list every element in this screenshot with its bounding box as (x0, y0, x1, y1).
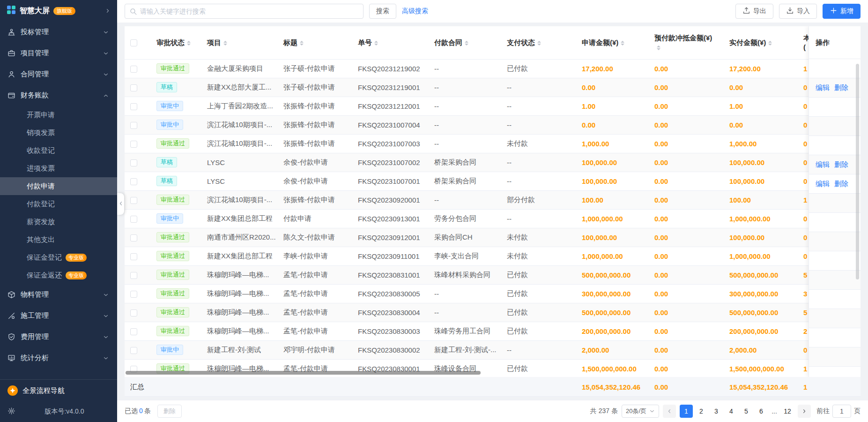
sidebar-item[interactable]: 投标管理 (0, 22, 117, 43)
sort-icon[interactable] (465, 40, 468, 46)
table-row[interactable]: 审批通过珠穆朗玛峰—电梯...孟笔-付款申请FKSQ20230830005--已… (125, 284, 861, 303)
sidebar-subitem[interactable]: 薪资发放 (0, 213, 117, 231)
sidebar-item[interactable]: 物料管理 (0, 284, 117, 305)
sidebar-item[interactable]: 财务账款 (0, 85, 117, 106)
table-row[interactable]: 审批通过珠穆朗玛峰—电梯...孟笔-付款申请FKSQ20230831001珠峰材… (125, 265, 861, 284)
table-row[interactable]: 草稿新建XX总部大厦工...张子硕-付款申请FKSQ20231219001---… (125, 78, 861, 97)
sidebar-subitem[interactable]: 保证金登记专业版 (0, 249, 117, 266)
row-checkbox[interactable] (130, 103, 137, 110)
sort-icon[interactable] (374, 40, 378, 46)
delete-link[interactable]: 删除 (834, 160, 848, 169)
sidebar-item[interactable]: 费用管理 (0, 326, 117, 347)
next-page-button[interactable] (798, 405, 811, 418)
edit-link[interactable]: 编辑 (816, 160, 830, 169)
row-checkbox[interactable] (130, 159, 137, 166)
delete-button[interactable]: 删除 (157, 405, 182, 418)
row-checkbox[interactable] (130, 309, 137, 316)
page-button[interactable]: 6 (755, 405, 768, 418)
row-checkbox[interactable] (130, 178, 137, 185)
sort-icon[interactable] (768, 40, 772, 46)
order-no-cell: FKSQ20230831001 (352, 265, 429, 284)
page-button[interactable]: 3 (710, 405, 723, 418)
sidebar-subitem[interactable]: 进项发票 (0, 159, 117, 177)
export-button[interactable]: 导出 (735, 4, 773, 19)
order-no-cell: FKSQ20230830005 (352, 284, 429, 303)
select-all-checkbox[interactable] (130, 39, 137, 46)
project-cell: 珠穆朗玛峰—电梯... (201, 265, 278, 284)
import-button[interactable]: 导入 (779, 4, 817, 19)
sidebar-subitem[interactable]: 付款申请 (0, 177, 117, 195)
vertical-scrollbar[interactable] (856, 64, 859, 279)
row-checkbox-cell (125, 340, 151, 359)
page-button[interactable]: 2 (695, 405, 708, 418)
row-checkbox[interactable] (130, 328, 137, 335)
table-row[interactable]: 审批通过南通市通州区R2020...陈久文-付款申请FKSQ2023091200… (125, 228, 861, 247)
page-button[interactable]: 1 (680, 405, 693, 418)
delete-link[interactable]: 删除 (834, 180, 848, 188)
page-size-select[interactable]: 20条/页 (622, 405, 659, 418)
edit-link[interactable]: 编辑 (816, 83, 830, 92)
row-checkbox[interactable] (130, 84, 137, 91)
order-no-cell: FKSQ20231007002 (352, 153, 429, 172)
sidebar-item[interactable]: 统计分析 (0, 347, 117, 369)
sidebar-subitem[interactable]: 保证金返还专业版 (0, 266, 117, 284)
gear-icon[interactable] (7, 407, 15, 416)
table-row[interactable]: 审批中新建工程-刘-测试邓宇明-付款申请FKSQ20230830002新建工程-… (125, 340, 861, 359)
table-row[interactable]: 审批通过金融大厦采购项目张子硕-付款申请FKSQ20231219002--已付款… (125, 59, 861, 78)
search-input[interactable] (125, 4, 364, 19)
row-checkbox[interactable] (130, 141, 137, 148)
sort-icon[interactable] (300, 40, 304, 46)
row-checkbox[interactable] (130, 272, 137, 279)
sidebar-collapse-handle[interactable] (117, 193, 124, 215)
chevron-down-icon (103, 355, 109, 361)
sidebar-item-smart-screen[interactable]: 智慧大屏 旗舰版 (0, 0, 117, 22)
table-row[interactable]: 审批中上海丁香园2期改造...张振锋-付款申请FKSQ20231212001--… (125, 97, 861, 115)
row-checkbox[interactable] (130, 122, 137, 129)
row-checkbox[interactable] (130, 216, 137, 223)
row-checkbox[interactable] (130, 291, 137, 298)
table-row[interactable]: 审批通过滨江花城10期项目-...张振锋-付款申请FKSQ20230920001… (125, 190, 861, 209)
project-cell: 金融大厦采购项目 (201, 59, 278, 78)
sort-icon[interactable] (621, 40, 624, 46)
row-checkbox[interactable] (130, 197, 137, 204)
sort-icon[interactable] (223, 40, 227, 46)
sidebar-subitem[interactable]: 付款登记 (0, 195, 117, 213)
row-checkbox[interactable] (130, 66, 137, 73)
search-button[interactable]: 搜索 (369, 4, 396, 19)
page-button[interactable]: 12 (781, 405, 794, 418)
page-button[interactable]: 5 (740, 405, 753, 418)
sidebar-item[interactable]: 合同管理 (0, 64, 117, 85)
table-row[interactable]: 草稿LYSC余俊-付款申请FKSQ20231007001桥架采购合同--100,… (125, 172, 861, 190)
sidebar-item[interactable]: 项目管理 (0, 43, 117, 64)
row-checkbox[interactable] (130, 234, 137, 241)
table-row[interactable]: 审批通过滨江花城10期项目-...张振锋-付款申请FKSQ20231007003… (125, 134, 861, 153)
sidebar-subitem[interactable]: 销项发票 (0, 124, 117, 142)
sort-icon[interactable] (657, 45, 660, 51)
table-row[interactable]: 审批中滨江花城10期项目-...张振锋-付款申请FKSQ20231007004-… (125, 115, 861, 134)
delete-link[interactable]: 删除 (834, 83, 848, 92)
sort-icon[interactable] (187, 40, 191, 46)
offset-amount-cell: 0.00 (649, 228, 724, 247)
sidebar-item-panorama[interactable]: 全景流程导航 (0, 380, 117, 401)
horizontal-scrollbar[interactable] (126, 371, 481, 375)
advanced-search-link[interactable]: 高级搜索 (402, 7, 428, 15)
table-row[interactable]: 审批中新建XX集团总部工程付款申请FKSQ20230913001劳务分包合同--… (125, 209, 861, 228)
add-button[interactable]: 新增 (823, 4, 861, 19)
page-button[interactable]: 4 (725, 405, 738, 418)
page-ellipsis[interactable]: ... (770, 407, 779, 415)
sort-icon[interactable] (537, 40, 541, 46)
table-row[interactable]: 草稿LYSC余俊-付款申请FKSQ20231007002桥架采购合同--100,… (125, 153, 861, 172)
table-row[interactable]: 审批通过珠穆朗玛峰—电梯...孟笔-付款申请FKSQ20230830003珠峰劳… (125, 322, 861, 340)
row-checkbox[interactable] (130, 347, 137, 354)
sidebar-item[interactable]: 施工管理 (0, 305, 117, 326)
sidebar-subitem[interactable]: 其他支出 (0, 231, 117, 249)
prev-page-button[interactable] (663, 405, 676, 418)
goto-page-input[interactable] (832, 405, 851, 418)
table-row[interactable]: 审批通过新建XX集团总部工程李峡-付款申请FKSQ20230911001李峡-支… (125, 247, 861, 265)
edit-link[interactable]: 编辑 (816, 180, 830, 188)
sidebar-item-label: 物料管理 (21, 290, 49, 299)
table-row[interactable]: 审批通过珠穆朗玛峰—电梯...孟笔-付款申请FKSQ20230830004--已… (125, 303, 861, 322)
sidebar-subitem[interactable]: 开票申请 (0, 106, 117, 124)
row-checkbox[interactable] (130, 253, 137, 260)
sidebar-subitem[interactable]: 收款登记 (0, 142, 117, 159)
